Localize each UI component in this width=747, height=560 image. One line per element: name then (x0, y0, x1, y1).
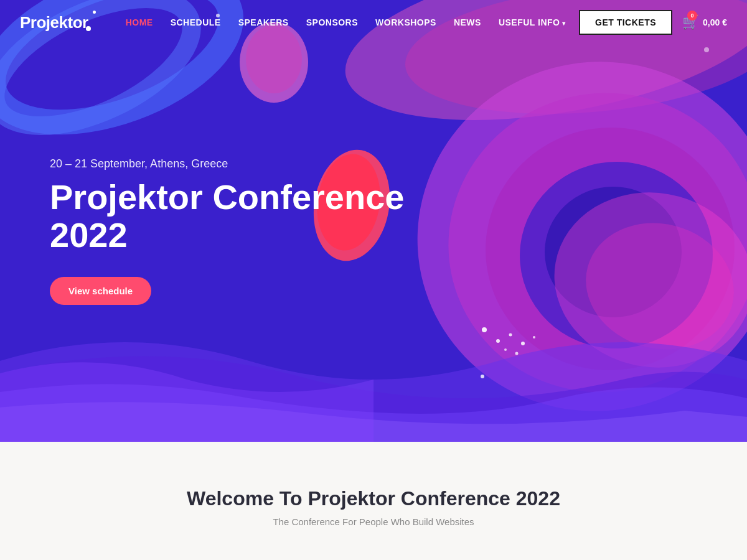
bottom-section: Welcome To Projektor Conference 2022 The… (0, 442, 747, 560)
svg-point-20 (533, 336, 535, 338)
svg-point-16 (482, 327, 487, 332)
hero-section: Projektor HOME SCHEDULE SPEAKERS SPONSOR… (0, 0, 747, 442)
nav-speakers[interactable]: SPEAKERS (238, 17, 289, 27)
hero-date: 20 – 21 September, Athens, Greece (50, 157, 436, 170)
logo[interactable]: Projektor (20, 13, 88, 32)
nav-home[interactable]: HOME (126, 17, 153, 27)
welcome-subtitle: The Conference For People Who Build Webs… (273, 516, 474, 527)
view-schedule-button[interactable]: View schedule (50, 277, 151, 305)
svg-point-21 (504, 348, 507, 351)
cart-price: 0,00 € (703, 17, 727, 27)
nav-news[interactable]: NEWS (454, 17, 481, 27)
svg-point-17 (496, 339, 500, 343)
logo-text: Projektor (20, 13, 88, 32)
hero-title: Projektor Conference 2022 (50, 178, 436, 254)
navbar: Projektor HOME SCHEDULE SPEAKERS SPONSOR… (0, 0, 747, 45)
svg-point-22 (515, 352, 519, 355)
logo-dot2 (93, 11, 96, 14)
nav-sponsors[interactable]: SPONSORS (306, 17, 358, 27)
svg-point-19 (521, 342, 525, 345)
nav-schedule[interactable]: SCHEDULE (171, 17, 221, 27)
svg-point-23 (481, 375, 484, 378)
svg-point-25 (704, 47, 709, 52)
nav-workshops[interactable]: WORKSHOPS (375, 17, 436, 27)
logo-dot1 (86, 26, 91, 31)
hero-content: 20 – 21 September, Athens, Greece Projek… (50, 157, 436, 305)
cart-area[interactable]: 🛒 0 0,00 € (682, 14, 727, 30)
nav-useful-info[interactable]: USEFUL INFO (499, 17, 565, 27)
welcome-title: Welcome To Projektor Conference 2022 (187, 487, 560, 510)
svg-point-18 (509, 334, 512, 337)
get-tickets-button[interactable]: GET TICKETS (579, 10, 672, 35)
nav-actions: GET TICKETS 🛒 0 0,00 € (579, 10, 727, 35)
nav-links: HOME SCHEDULE SPEAKERS SPONSORS WORKSHOP… (126, 17, 579, 27)
cart-badge: 0 (687, 11, 697, 21)
